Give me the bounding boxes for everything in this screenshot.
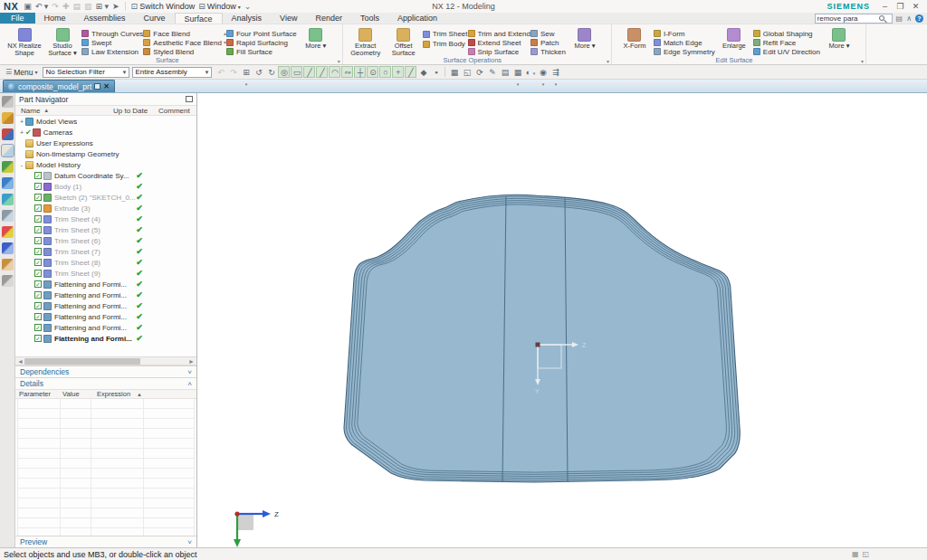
more-button[interactable]: More ▾ [566,26,604,56]
minimize-ribbon-icon[interactable]: ∧ [906,14,912,23]
tree-row-trim-sheet-4[interactable]: ✓Trim Sheet (4)✔ [15,214,196,224]
assembly-navigator-icon[interactable] [2,112,14,124]
search-icon[interactable] [879,15,884,21]
tree-row-trim-sheet-5[interactable]: ✓Trim Sheet (5)✔ [15,224,196,235]
palette-icon[interactable] [2,226,14,238]
scrollbar-thumb[interactable] [24,358,140,365]
tab-view[interactable]: View [271,13,306,24]
tab-application[interactable]: Application [388,13,446,24]
copy-icon[interactable]: ▤ [72,2,81,11]
through-curves-button[interactable]: Through Curves [81,29,143,38]
restore-button[interactable]: ❐ [893,2,908,11]
sync-icon[interactable]: ➤ [112,2,119,11]
expand-icon[interactable]: + [18,129,25,136]
edit-icon[interactable]: ✎ [486,66,498,78]
more-button[interactable]: More ▾ [820,26,858,56]
window-menu-button[interactable]: ⊟ Window ▾ [198,2,241,11]
x-form-button[interactable]: X-Form [616,26,654,56]
rotate-right-icon[interactable]: ↻ [265,66,277,78]
law-extension-button[interactable]: Law Extension [81,47,143,56]
view-layout-icon[interactable]: ⊞ ▾ [240,66,252,78]
details-column-headers[interactable]: Parameter Value Expression ▲ [15,389,196,399]
collapse-icon[interactable]: - [18,162,25,168]
refit-face-button[interactable]: Refit Face [753,38,820,47]
expression-icon[interactable] [2,242,14,254]
feature-checkbox[interactable]: ✓ [34,215,42,223]
feature-checkbox[interactable]: ✓ [34,204,42,212]
journal-icon[interactable]: ▤ [896,14,903,23]
selection-scope-dropdown[interactable]: Entire Assembly ▼ [132,67,212,78]
cross-icon[interactable]: ┼ [354,66,366,78]
curve-icon[interactable]: ∾ [341,66,353,78]
slash-point-icon[interactable]: ╱ [405,66,416,78]
tree-row-flattening-and-formi[interactable]: ✓Flattening and Formi...✔ [15,279,196,289]
i-form-button[interactable]: I-Form [654,29,715,38]
dot-point-icon[interactable]: ▪ [430,66,442,78]
circle-point-icon[interactable]: ○ [379,66,391,78]
feature-checkbox[interactable]: ✓ [34,259,42,266]
selection-filter-dropdown[interactable]: No Selection Filter ▼ [43,67,129,78]
column-up-to-date[interactable]: Up to Date [113,107,158,115]
rotate-left-icon[interactable]: ↺ [253,66,264,78]
status-grid-icon[interactable]: ▦ [852,550,859,558]
patch-button[interactable]: Patch [530,38,566,47]
panel-window-icon[interactable] [186,96,193,102]
tree-row-flattening-and-formi[interactable]: ✓Flattening and Formi...✔ [15,311,196,322]
feature-checkbox[interactable]: ✓ [34,183,42,190]
refresh-icon[interactable]: ⟳ [473,66,485,78]
paste-icon[interactable]: ▥ [84,2,92,11]
sew-button[interactable]: Sew [530,29,566,38]
feature-checkbox[interactable]: ✓ [34,302,42,309]
styled-blend-button[interactable]: Styled Blend [143,47,222,56]
scroll-left-icon[interactable]: ◄ [17,357,24,365]
four-point-surface-button[interactable]: Four Point Surface [226,29,297,38]
flattened-sheet-body[interactable] [344,195,740,482]
column-name[interactable]: Name [21,107,40,115]
studio-surface-button[interactable]: Studio Surface ▾ [43,26,81,56]
feature-checkbox[interactable]: ✓ [34,270,42,277]
scroll-right-icon[interactable]: ► [188,357,195,365]
constraint-navigator-icon[interactable] [2,128,14,140]
enlarge-button[interactable]: Enlarge [715,26,753,56]
tab-file[interactable]: File [0,13,35,24]
feature-checkbox[interactable]: ✓ [34,237,42,244]
tab-home[interactable]: Home [35,13,75,24]
part-navigator-icon[interactable] [2,145,14,157]
expand-icon[interactable]: + [18,119,25,125]
customize-caret-icon[interactable]: ⌄ [244,2,252,11]
edge-symmetry-button[interactable]: Edge Symmetry [654,47,715,56]
roles-gear-icon[interactable] [2,96,14,108]
tab-close-icon[interactable]: ✕ [103,82,110,90]
dialog-launcher-icon[interactable]: ▾ [338,58,340,64]
snip-surface-button[interactable]: Snip Surface [468,47,530,56]
redo-arrow-icon[interactable]: ↷ [227,66,239,78]
face-blend-button[interactable]: Face Blend [143,29,222,38]
offset-surface-button[interactable]: Offset Surface [385,26,423,56]
reuse-library-icon[interactable] [2,161,14,173]
view-dd-icon[interactable]: ◉ ▾ [537,66,549,78]
trim-body-button[interactable]: Trim Body [423,39,468,49]
extract-geometry-button[interactable]: Extract Geometry [347,26,385,56]
tree-row-cameras[interactable]: +✔Cameras [15,127,196,138]
tree-row-non-timestamp-geometry[interactable]: Non-timestamp Geometry [15,148,196,159]
snap-enable-icon[interactable]: ◎ [278,66,290,78]
dialog-launcher-icon[interactable]: ▾ [607,58,609,64]
history-icon[interactable] [2,210,14,222]
tree-row-trim-sheet-8[interactable]: ✓Trim Sheet (8)✔ [15,257,196,268]
plus-point-icon[interactable]: + [392,66,404,78]
more-dd-icon[interactable]: ⇶ ▾ [550,66,561,78]
shade-dd-icon[interactable]: ◐ ▾ [524,66,536,78]
tree-row-body-1[interactable]: ✓Body (1)✔ [15,181,196,192]
switch-window-button[interactable]: ⊡ Switch Window [131,2,196,11]
column-comment[interactable]: Comment [158,107,196,115]
close-button[interactable]: ✕ [908,2,923,11]
tab-analysis[interactable]: Analysis [223,13,272,24]
tree-row-model-views[interactable]: +Model Views [15,116,196,127]
tree-row-flattening-and-formi[interactable]: ✓Flattening and Formi...✔ [15,333,196,344]
web-browser-icon[interactable] [2,194,14,205]
dependencies-section-header[interactable]: Dependencies ˅ [15,365,196,377]
trim-sheet-button[interactable]: Trim Sheet [423,29,468,39]
feature-checkbox[interactable]: ✓ [34,335,42,342]
tree-row-sketch-2-sketch-0[interactable]: ✓Sketch (2) "SKETCH_0...✔ [15,192,196,203]
tree-row-trim-sheet-7[interactable]: ✓Trim Sheet (7)✔ [15,246,196,257]
